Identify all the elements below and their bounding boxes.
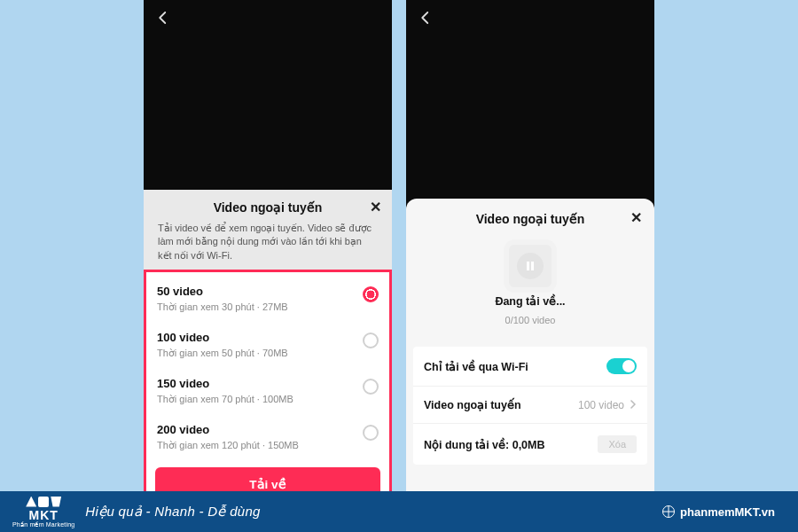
sheet-header: Video ngoại tuyến ✕ Tải video về để xem …: [144, 190, 392, 270]
download-settings: Chỉ tải về qua Wi-Fi Video ngoại tuyến 1…: [413, 347, 647, 465]
pause-icon: [517, 253, 544, 279]
option-title: 150 video: [157, 377, 293, 390]
sheet-description: Tải video về để xem ngoại tuyến. Video s…: [158, 222, 378, 262]
download-status: Đang tải về...: [495, 294, 565, 308]
sheet-header: Video ngoại tuyến ✕: [406, 199, 654, 232]
logo-shapes-icon: [26, 497, 61, 507]
wifi-only-label: Chỉ tải về qua Wi-Fi: [424, 360, 528, 373]
logo-subtext: Phần mềm Marketing: [12, 521, 74, 528]
option-200-video[interactable]: 200 video Thời gian xem 120 phút · 150MB: [155, 414, 380, 460]
phone-left: Video ngoại tuyến ✕ Tải video về để xem …: [144, 0, 392, 511]
offline-video-label: Video ngoại tuyến: [424, 398, 521, 411]
brand-footer: MKT Phần mềm Marketing Hiệu quả - Nhanh …: [0, 491, 798, 532]
storage-row: Nội dung tải về: 0,0MB Xóa: [413, 423, 647, 465]
radio-icon[interactable]: [363, 332, 379, 348]
offline-video-row[interactable]: Video ngoại tuyến 100 video: [413, 386, 647, 423]
download-progress: Đang tải về... 0/100 video: [406, 232, 654, 341]
footer-left: MKT Phần mềm Marketing Hiệu quả - Nhanh …: [12, 497, 261, 528]
sheet-title: Video ngoại tuyến: [476, 212, 585, 226]
radio-icon[interactable]: [363, 379, 379, 395]
delete-button[interactable]: Xóa: [598, 435, 637, 453]
svg-rect-1: [531, 262, 534, 270]
option-title: 50 video: [157, 285, 288, 298]
radio-icon[interactable]: [363, 286, 379, 302]
pause-button[interactable]: [509, 245, 552, 287]
footer-right: phanmemMKT.vn: [662, 505, 775, 519]
option-150-video[interactable]: 150 video Thời gian xem 70 phút · 100MB: [155, 368, 380, 414]
svg-rect-0: [527, 262, 529, 270]
phone-right-topbar: [406, 0, 654, 35]
option-title: 200 video: [157, 423, 299, 436]
mkt-logo: MKT Phần mềm Marketing: [12, 497, 74, 528]
logo-text: MKT: [29, 509, 59, 521]
option-50-video[interactable]: 50 video Thời gian xem 30 phút · 27MB: [155, 276, 380, 322]
wifi-only-row[interactable]: Chỉ tải về qua Wi-Fi: [413, 347, 647, 386]
offline-video-value: 100 video: [578, 399, 624, 411]
phone-right: Video ngoại tuyến ✕ Đang tải về... 0/100…: [406, 0, 654, 511]
download-count: 0/100 video: [505, 315, 556, 325]
option-subtitle: Thời gian xem 70 phút · 100MB: [157, 394, 293, 405]
close-icon[interactable]: ✕: [370, 199, 381, 215]
option-title: 100 video: [157, 331, 288, 344]
back-icon[interactable]: [154, 9, 172, 27]
phone-left-topbar: [144, 0, 392, 35]
storage-label: Nội dung tải về: 0,0MB: [424, 438, 545, 451]
option-100-video[interactable]: 100 video Thời gian xem 50 phút · 70MB: [155, 322, 380, 368]
download-progress-sheet: Video ngoại tuyến ✕ Đang tải về... 0/100…: [406, 199, 654, 511]
back-icon[interactable]: [417, 9, 434, 27]
option-subtitle: Thời gian xem 120 phút · 150MB: [157, 440, 299, 451]
globe-icon: [662, 505, 675, 518]
option-subtitle: Thời gian xem 30 phút · 27MB: [157, 301, 288, 313]
tagline: Hiệu quả - Nhanh - Dễ dùng: [85, 504, 260, 520]
option-subtitle: Thời gian xem 50 phút · 70MB: [157, 348, 288, 359]
site-url: phanmemMKT.vn: [680, 505, 775, 519]
wifi-toggle[interactable]: [606, 358, 637, 374]
phone-screens: Video ngoại tuyến ✕ Tải video về để xem …: [144, 0, 654, 511]
close-icon[interactable]: ✕: [630, 209, 642, 226]
offline-video-sheet: Video ngoại tuyến ✕ Tải video về để xem …: [144, 190, 392, 511]
radio-icon[interactable]: [363, 425, 379, 441]
sheet-title: Video ngoại tuyến: [158, 200, 378, 215]
chevron-right-icon: [630, 399, 637, 411]
video-count-options: 50 video Thời gian xem 30 phút · 27MB 10…: [144, 270, 392, 460]
